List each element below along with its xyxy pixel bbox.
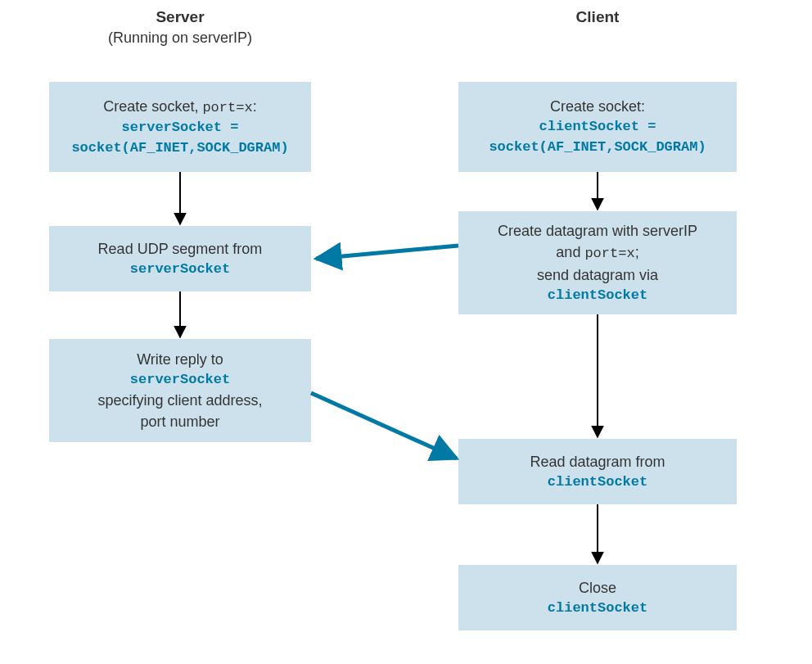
code-text: clientSocket xyxy=(548,286,647,306)
code-text: clientSocket = xyxy=(539,117,656,138)
text-line: Create socket: xyxy=(550,96,645,117)
client-box-read-datagram: Read datagram from clientSocket xyxy=(458,439,737,504)
arrow-server-to-client-reply xyxy=(311,393,457,458)
text-line: port number xyxy=(140,411,219,432)
text-line: Read UDP segment from xyxy=(98,238,263,260)
text-line: specifying client address, xyxy=(97,390,262,411)
server-box-create-socket: Create socket, port=x: serverSocket = so… xyxy=(49,82,311,172)
code-text: serverSocket xyxy=(130,260,230,280)
server-heading: Server xyxy=(49,8,311,26)
client-box-create-datagram: Create datagram with serverIP and port=x… xyxy=(458,211,737,314)
text: : xyxy=(253,98,257,115)
code-text: socket(AF_INET,SOCK_DGRAM) xyxy=(71,138,288,159)
client-box-close: Close clientSocket xyxy=(458,565,737,630)
code-text: serverSocket xyxy=(130,370,230,391)
arrow-client-to-server-send xyxy=(316,246,458,259)
text-line: Create socket, port=x: xyxy=(103,96,256,119)
server-box-write-reply: Write reply to serverSocket specifying c… xyxy=(49,339,311,442)
client-heading: Client xyxy=(458,8,737,26)
code-text: socket(AF_INET,SOCK_DGRAM) xyxy=(489,138,706,158)
text-line: send datagram via xyxy=(537,264,658,286)
server-box-read-segment: Read UDP segment from serverSocket xyxy=(49,226,311,291)
text-line: Close xyxy=(579,577,616,599)
text: and xyxy=(556,244,584,260)
code-text: port=x xyxy=(584,246,634,261)
text-line: Read datagram from xyxy=(530,451,665,472)
text: ; xyxy=(635,244,639,260)
server-subheading: (Running on serverIP) xyxy=(49,29,311,47)
code-text: serverSocket = xyxy=(122,118,239,138)
code-text: port=x xyxy=(202,100,252,115)
client-box-create-socket: Create socket: clientSocket = socket(AF_… xyxy=(458,82,737,172)
text-line: Write reply to xyxy=(137,349,223,370)
code-text: clientSocket xyxy=(548,599,647,619)
code-text: clientSocket xyxy=(548,472,647,493)
text-line: Create datagram with serverIP xyxy=(498,220,697,242)
text: Create socket, xyxy=(103,98,202,115)
text-line: and port=x; xyxy=(556,242,638,264)
